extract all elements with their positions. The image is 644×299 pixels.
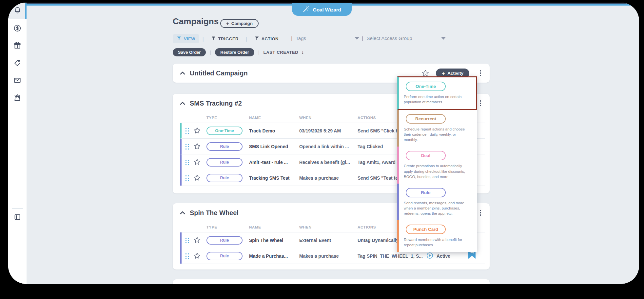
sort-selector[interactable]: LAST CREATED ↓ [263, 49, 304, 55]
menu-item-description: Schedule repeat actions and choose their… [404, 127, 471, 142]
menu-item-description: Create promotions to automatically apply… [404, 163, 471, 179]
activity-when: Opened a link within ... [299, 144, 358, 149]
drag-handle-icon[interactable] [185, 237, 189, 243]
sidebar-item-messages[interactable] [8, 72, 27, 90]
sidebar-item-gifts[interactable] [8, 37, 27, 55]
sidebar-nav [8, 19, 27, 107]
star-icon[interactable] [193, 143, 206, 150]
drag-handle-icon[interactable] [185, 143, 189, 150]
activity-when: Makes a purchase [299, 253, 358, 259]
menu-item-description: Perform one-time action on certain popul… [404, 94, 471, 105]
collapse-panel-icon [13, 216, 21, 222]
coin-dollar-icon [13, 24, 22, 34]
play-status-icon[interactable] [426, 252, 433, 260]
kebab-menu-icon[interactable] [477, 100, 484, 107]
campaign-title: Untitled Campaign [190, 70, 248, 77]
sidebar [8, 3, 27, 284]
activity-name[interactable]: Tracking SMS Test [249, 175, 299, 181]
sidebar-item-shop[interactable] [8, 90, 27, 107]
campaign-card-partial [173, 279, 490, 284]
menu-item-recurrent[interactable]: Recurrent Schedule repeat actions and ch… [397, 110, 477, 147]
sidebar-active-indicator [25, 3, 27, 19]
add-campaign-label: Campaign [231, 21, 253, 26]
activity-name[interactable]: Spin The Wheel [249, 238, 299, 243]
rule-badge: Rule [406, 188, 446, 197]
col-name: NAME [249, 225, 299, 229]
menu-item-punch-card[interactable]: Punch Card Reward members with a benefit… [397, 220, 477, 252]
menu-item-one-time[interactable]: One-Time Perform one-time action on cert… [397, 76, 477, 110]
tab-trigger[interactable]: TRIGGER [207, 34, 243, 43]
collapse-caret-icon[interactable] [180, 211, 185, 214]
funnel-icon [177, 36, 182, 42]
collapse-caret-icon[interactable] [180, 102, 185, 105]
activity-name[interactable]: Made a Purchas... [249, 253, 299, 259]
drag-handle-icon[interactable] [185, 175, 189, 181]
separator: | [246, 36, 247, 42]
bell-icon [13, 6, 22, 16]
star-icon[interactable] [421, 69, 429, 77]
envelope-icon [13, 76, 22, 86]
activity-when: Makes a purchase [299, 175, 358, 181]
sidebar-item-rewards[interactable] [8, 20, 27, 37]
sidebar-collapse-button[interactable] [13, 213, 21, 222]
sidebar-item-notifications[interactable] [8, 3, 27, 19]
drag-handle-icon[interactable] [185, 159, 189, 165]
col-when: WHEN [299, 116, 358, 120]
type-badge: Rule [206, 174, 243, 182]
tab-action[interactable]: ACTION [250, 34, 283, 43]
activity-name[interactable]: Track Demo [249, 128, 299, 133]
type-badge: Rule [206, 158, 243, 167]
restore-order-button[interactable]: Restore Order [215, 48, 254, 56]
magic-wand-icon [302, 6, 310, 14]
gift-icon [13, 41, 22, 51]
campaign-title: Spin The Wheel [190, 209, 239, 217]
separator: | [210, 50, 211, 55]
chevron-down-icon [355, 37, 359, 40]
col-name: NAME [249, 116, 299, 120]
tags-select[interactable]: | Tags [291, 35, 359, 42]
activity-actions: Tag SPIN_THE_WHEEL_1, S... [358, 253, 426, 259]
chevron-down-icon [441, 37, 446, 40]
kebab-menu-icon[interactable] [477, 209, 484, 216]
sidebar-footer [8, 208, 27, 222]
select-underline [295, 45, 359, 45]
activity-name[interactable]: Amit -test - rule ... [249, 160, 299, 165]
funnel-icon [254, 36, 259, 42]
type-badge: Rule [206, 236, 243, 245]
star-icon[interactable] [193, 236, 206, 244]
add-campaign-button[interactable]: + Campaign [220, 19, 259, 28]
menu-item-description: Send rewards, messages, and more when a … [404, 200, 471, 216]
goal-wizard-button[interactable]: Goal Wizard [292, 3, 352, 16]
sidebar-divider [12, 208, 23, 209]
star-icon[interactable] [193, 127, 206, 134]
star-icon[interactable] [193, 252, 206, 260]
drag-handle-icon[interactable] [185, 128, 189, 134]
access-group-select[interactable]: | Select Access Group [362, 35, 446, 42]
drag-handle-icon[interactable] [185, 253, 189, 259]
menu-item-deal[interactable]: Deal Create promotions to automatically … [397, 147, 477, 183]
separator: | [362, 35, 363, 42]
sidebar-item-tags[interactable] [8, 55, 27, 72]
tab-view[interactable]: VIEW [173, 34, 199, 43]
tags-placeholder: Tags [296, 35, 306, 41]
separator: | [203, 36, 204, 42]
page-title: Campaigns [173, 16, 219, 27]
separator: | [258, 50, 260, 55]
menu-item-rule[interactable]: Rule Send rewards, messages, and more wh… [397, 184, 477, 220]
save-order-button[interactable]: Save Order [173, 48, 206, 56]
one-time-badge: One-Time [406, 82, 446, 91]
separator: | [291, 35, 292, 42]
filter-bar: VIEW | TRIGGER | ACTION | Tags | Select … [173, 34, 446, 43]
order-toolbar: Save Order | Restore Order | LAST CREATE… [173, 48, 304, 56]
activity-name[interactable]: SMS Link Opened [249, 144, 299, 149]
funnel-icon [211, 36, 216, 42]
star-icon[interactable] [193, 158, 206, 166]
type-badge: Rule [206, 252, 243, 260]
kebab-menu-icon[interactable] [477, 70, 484, 77]
plus-icon: + [226, 21, 229, 26]
deal-badge: Deal [406, 151, 446, 160]
star-icon[interactable] [193, 174, 206, 182]
arrow-down-icon: ↓ [301, 49, 304, 55]
plus-icon: + [442, 71, 445, 76]
collapse-caret-icon[interactable] [180, 71, 185, 75]
